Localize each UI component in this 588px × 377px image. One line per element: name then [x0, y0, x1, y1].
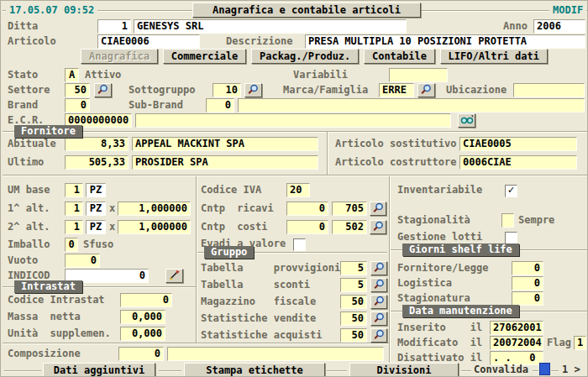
fornitore-legge-field[interactable]: 0 — [512, 261, 543, 275]
inventariabile-checkbox[interactable]: ✓ — [505, 185, 517, 197]
unita-supplementari-field[interactable]: 0,000 — [120, 327, 165, 341]
anno-field[interactable]: 2006 — [533, 19, 585, 34]
tabella-sconti-field[interactable]: 5 — [340, 278, 367, 292]
ubicazione-field[interactable] — [513, 83, 585, 97]
statistiche-vendite-field[interactable]: 50 — [340, 312, 367, 326]
evadi-a-valore-checkbox[interactable] — [293, 238, 306, 251]
vuoto-field[interactable]: 0 — [65, 254, 100, 268]
imballo-desc: Sfuso — [83, 238, 113, 252]
statistiche-acquisti-lookup-button[interactable] — [370, 328, 387, 343]
tab-packag-produz[interactable]: Packag./Produz. — [251, 49, 359, 64]
footer-line-2 — [159, 370, 181, 371]
inventariabile-label: Inventariabile — [397, 183, 482, 197]
um-alt2-fattore-field[interactable]: 1,000000 — [118, 220, 191, 234]
cntp-costi-lookup-button[interactable] — [370, 220, 386, 234]
um-alt2-x-label: x — [109, 220, 115, 234]
article-master-window: 17.05.07 09:52 Anagrafica e contabile ar… — [0, 0, 588, 377]
fornitore-abituale-nome-field[interactable]: APPEAL MACKINT SPA — [132, 137, 318, 151]
tabella-sconti-lookup-button[interactable] — [370, 278, 387, 292]
record-pager[interactable]: 1 > — [562, 363, 580, 377]
indicod-edit-button[interactable] — [165, 269, 183, 283]
articolo-code-field[interactable]: CIAE0006 — [97, 34, 200, 49]
descrizione-field[interactable]: PRESA MULTIPLA 10 POSIZIONI PROTETTA — [305, 34, 585, 49]
divisioni-button[interactable]: Divisioni — [349, 363, 459, 377]
fornitore-group-title: Fornitore — [14, 125, 82, 138]
ditta-code-field[interactable]: 1 — [97, 19, 131, 34]
tab-commerciale[interactable]: Commerciale — [163, 49, 246, 64]
convalida-slider[interactable] — [539, 363, 550, 375]
fornitore-ultimo-code-field[interactable]: 505,33 — [65, 155, 129, 170]
fornitore-ultimo-label: Ultimo — [8, 155, 44, 170]
cntp-costi-conto-field[interactable]: 0 — [286, 220, 328, 234]
codice-intrastat-field[interactable]: 0 — [120, 293, 172, 307]
stagionatura-field[interactable]: 0 — [512, 291, 543, 306]
composizione-field[interactable]: 0 — [118, 347, 164, 361]
modificato-field[interactable]: 20072004 — [490, 336, 543, 350]
magnifier-icon — [372, 202, 385, 216]
um-alt1-fattore-field[interactable]: 1,000000 — [118, 202, 191, 216]
imballo-field[interactable]: 0 — [65, 238, 78, 252]
ecr-search-button[interactable] — [458, 113, 475, 128]
ditta-name-field[interactable]: GENESYS SRL — [134, 19, 407, 34]
sottogruppo-lookup-button[interactable] — [244, 83, 262, 97]
tabella-sconti-label: Tabella sconti — [201, 278, 310, 292]
ecr-desc-field[interactable] — [135, 113, 451, 128]
magnifier-icon — [373, 329, 386, 343]
cntp-ricavi-label: Cntp ricavi — [201, 202, 274, 216]
um-alt2-qta-field[interactable]: 1 — [65, 220, 83, 234]
statistiche-acquisti-label: Statistiche acquisti — [201, 328, 323, 343]
massa-netta-label: Massa netta — [8, 310, 81, 324]
um-alt1-label: 1^ alt. — [8, 202, 50, 216]
magnifier-icon — [247, 84, 260, 97]
statistiche-acquisti-field[interactable]: 50 — [340, 328, 367, 343]
inserito-field[interactable]: 27062001 — [490, 321, 543, 335]
imballo-label: Imballo — [8, 238, 50, 252]
statistiche-vendite-lookup-button[interactable] — [370, 312, 387, 326]
fornitore-abituale-code-field[interactable]: 8,33 — [65, 137, 129, 151]
convalida-groove-right — [551, 370, 559, 371]
composizione-desc-field[interactable] — [167, 347, 384, 361]
dati-aggiuntivi-button[interactable]: Dati aggiuntivi — [43, 363, 155, 377]
tab-lifo-altri-dati[interactable]: LIFO/Altri dati — [440, 49, 548, 64]
tabella-provvigioni-field[interactable]: 5 — [340, 261, 367, 275]
magazzino-fiscale-field[interactable]: 50 — [340, 295, 367, 309]
settore-lookup-button[interactable] — [94, 83, 112, 97]
marca-famiglia-field[interactable]: ERRE — [379, 83, 414, 97]
um-alt1-qta-field[interactable]: 1 — [65, 202, 83, 216]
settore-field[interactable]: 50 — [65, 83, 90, 97]
cntp-ricavi-lookup-button[interactable] — [370, 202, 386, 216]
codice-iva-field[interactable]: 20 — [286, 183, 310, 197]
magazzino-fiscale-lookup-button[interactable] — [370, 295, 387, 309]
brand-field[interactable]: 0 — [65, 98, 90, 113]
ditta-label: Ditta — [8, 19, 38, 34]
stato-field[interactable]: A — [65, 68, 79, 82]
um-alt2-um-field[interactable]: PZ — [86, 220, 106, 234]
logistica-field[interactable]: 0 — [512, 276, 543, 291]
um-alt1-um-field[interactable]: PZ — [86, 202, 106, 216]
stagionatura-label: Stagionatura — [397, 291, 470, 306]
variabili-field[interactable] — [389, 68, 448, 82]
marca-lookup-button[interactable] — [417, 83, 435, 97]
tabella-provvigioni-label: Tabella provvigioni — [201, 261, 340, 275]
gestione-lotti-checkbox[interactable] — [505, 232, 517, 244]
cntp-ricavi-conto-field[interactable]: 0 — [286, 202, 328, 216]
page-title: Anagrafica e contabile articoli — [192, 3, 421, 18]
articolo-costruttore-field[interactable]: 0006CIAE — [459, 155, 577, 170]
tab-anagrafica[interactable]: Anagrafica — [81, 49, 158, 64]
flag-field[interactable]: 1 — [574, 336, 586, 350]
massa-netta-field[interactable]: 0,000 — [120, 310, 165, 324]
sottogruppo-field[interactable]: 10 — [213, 83, 241, 97]
brand-desc-field[interactable] — [238, 98, 585, 113]
footer-line-3 — [327, 370, 347, 371]
stampa-etichette-button[interactable]: Stampa etichette — [184, 363, 325, 377]
um-base-qta-field[interactable]: 1 — [65, 183, 83, 197]
cntp-costi-sottoconto-field[interactable]: 502 — [332, 220, 367, 234]
tabella-provvigioni-lookup-button[interactable] — [370, 261, 387, 275]
articolo-sostitutivo-field[interactable]: CIAE0005 — [459, 137, 577, 151]
um-base-um-field[interactable]: PZ — [86, 183, 106, 197]
fornitore-ultimo-nome-field[interactable]: PROSIDER SPA — [132, 155, 318, 170]
sub-brand-field[interactable]: 0 — [206, 98, 234, 113]
stagionalita-field[interactable] — [501, 213, 514, 228]
tab-contabile[interactable]: Contabile — [364, 49, 435, 64]
cntp-ricavi-sottoconto-field[interactable]: 705 — [332, 202, 367, 216]
